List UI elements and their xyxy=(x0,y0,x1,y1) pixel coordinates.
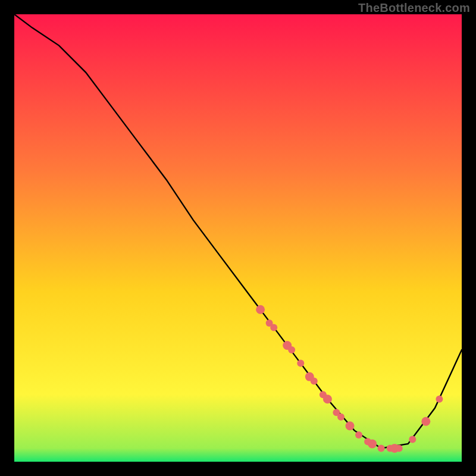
curve-marker xyxy=(378,444,385,452)
curve-marker xyxy=(396,444,403,452)
curve-marker xyxy=(270,324,277,331)
curve-marker xyxy=(368,439,377,448)
curve-marker xyxy=(337,414,345,421)
curve-marker xyxy=(297,360,304,367)
curve-marker xyxy=(355,431,362,439)
curve-marker xyxy=(436,396,443,403)
chart-frame: TheBottleneck.com xyxy=(0,0,476,476)
gradient-background xyxy=(14,14,462,462)
curve-marker xyxy=(288,346,295,353)
curve-marker xyxy=(346,421,355,430)
plot-area xyxy=(14,14,462,462)
chart-svg xyxy=(14,14,462,462)
curve-marker xyxy=(421,417,430,426)
attribution-text: TheBottleneck.com xyxy=(358,1,470,15)
curve-marker xyxy=(256,305,265,314)
curve-marker xyxy=(311,378,318,385)
curve-marker xyxy=(323,394,332,403)
curve-marker xyxy=(409,436,416,443)
